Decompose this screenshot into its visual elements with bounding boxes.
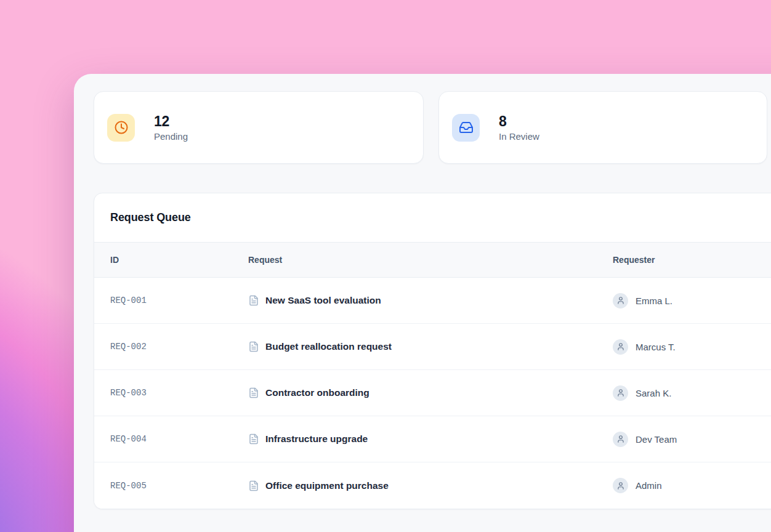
column-header-requester: Requester	[613, 255, 771, 265]
app-background: { "stats": [ { "value": "12", "label": "…	[0, 0, 771, 532]
request-queue-card: Request Queue ID Request Requester REQ-0…	[94, 193, 771, 509]
request-title: Contractor onboarding	[265, 387, 369, 398]
pending-label: Pending	[154, 131, 188, 142]
request-cell: Contractor onboarding	[248, 387, 613, 398]
user-avatar-icon	[613, 293, 628, 308]
table-title: Request Queue	[110, 211, 191, 224]
stat-text: 12 Pending	[154, 113, 188, 142]
request-id: REQ-004	[94, 434, 248, 444]
table-header-row: ID Request Requester	[94, 242, 771, 278]
clock-icon	[107, 114, 135, 142]
request-cell: Budget reallocation request	[248, 341, 613, 352]
table-row-req-001[interactable]: REQ-001 New SaaS tool evaluation Emma L.	[94, 278, 771, 324]
requester-cell: Marcus T.	[613, 339, 771, 355]
table-title-bar: Request Queue	[94, 193, 771, 242]
inbox-icon	[452, 114, 480, 142]
request-id: REQ-002	[94, 342, 248, 352]
user-avatar-icon	[613, 432, 628, 447]
table-row-req-002[interactable]: REQ-002 Budget reallocation request Marc…	[94, 324, 771, 370]
table-row-req-004[interactable]: REQ-004 Infrastructure upgrade Dev Team	[94, 416, 771, 462]
request-cell: Infrastructure upgrade	[248, 433, 613, 445]
request-title: Office equipment purchase	[265, 480, 389, 491]
column-header-id: ID	[94, 255, 248, 265]
requester-name: Dev Team	[636, 434, 677, 445]
in-review-count: 8	[499, 113, 539, 129]
request-cell: Office equipment purchase	[248, 480, 613, 491]
request-title: New SaaS tool evaluation	[265, 295, 381, 306]
requester-cell: Admin	[613, 478, 771, 493]
stat-text: 8 In Review	[499, 113, 539, 142]
table-body: REQ-001 New SaaS tool evaluation Emma L.…	[94, 278, 771, 509]
user-avatar-icon	[613, 339, 628, 355]
column-header-request: Request	[248, 255, 613, 265]
main-panel: 12 Pending 8 In Review Request Queue ID …	[74, 74, 771, 532]
table-row-req-005[interactable]: REQ-005 Office equipment purchase Admin	[94, 462, 771, 509]
document-icon	[248, 341, 259, 352]
stat-card-pending: 12 Pending	[94, 91, 424, 164]
request-title: Infrastructure upgrade	[265, 433, 368, 445]
user-avatar-icon	[613, 385, 628, 401]
request-title: Budget reallocation request	[265, 341, 392, 352]
requester-name: Sarah K.	[636, 388, 671, 398]
document-icon	[248, 480, 259, 491]
request-id: REQ-005	[94, 481, 248, 491]
requester-name: Marcus T.	[636, 342, 676, 352]
stat-card-in-review: 8 In Review	[438, 91, 767, 164]
requester-name: Admin	[636, 480, 662, 491]
requester-cell: Emma L.	[613, 293, 771, 308]
requester-name: Emma L.	[636, 296, 672, 306]
requester-cell: Dev Team	[613, 432, 771, 447]
document-icon	[248, 295, 259, 306]
request-id: REQ-003	[94, 388, 248, 398]
stats-row: 12 Pending 8 In Review	[94, 91, 771, 164]
requester-cell: Sarah K.	[613, 385, 771, 401]
document-icon	[248, 387, 259, 398]
pending-count: 12	[154, 113, 188, 129]
table-row-req-003[interactable]: REQ-003 Contractor onboarding Sarah K.	[94, 370, 771, 416]
document-icon	[248, 433, 259, 445]
user-avatar-icon	[613, 478, 628, 493]
in-review-label: In Review	[499, 131, 539, 142]
request-cell: New SaaS tool evaluation	[248, 295, 613, 306]
request-id: REQ-001	[94, 296, 248, 305]
